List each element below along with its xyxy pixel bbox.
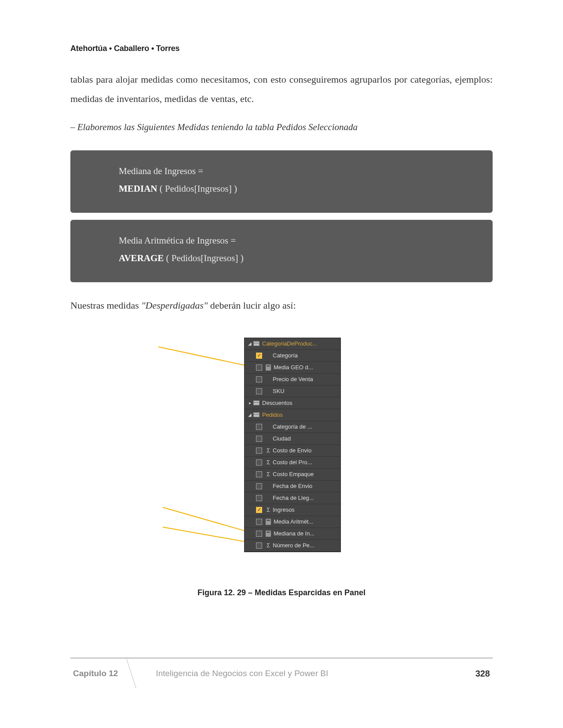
chevron-right-icon: ▸: [247, 400, 252, 405]
calculator-icon: [266, 531, 271, 537]
table-header-descuentos[interactable]: ▸ Descuentos: [245, 397, 340, 409]
field-label: Costo del Pro...: [273, 459, 312, 466]
field-label: Número de Pe...: [273, 542, 314, 549]
fields-panel: ◢ CategoriaDeProduc... ✓ Σ Categoría Med…: [244, 338, 341, 552]
footer-page-number: 328: [475, 669, 490, 679]
field-ingresos[interactable]: ✓ Σ Ingresos: [245, 504, 340, 516]
arrow-annotation-icon: [158, 346, 249, 367]
field-label: Media Aritmét...: [274, 518, 313, 525]
checkbox-icon[interactable]: [256, 376, 262, 382]
calculator-icon: [266, 519, 271, 525]
checkbox-icon[interactable]: [256, 424, 262, 430]
table-header-categoria[interactable]: ◢ CategoriaDeProduc...: [245, 338, 340, 350]
post-quote: "Desperdigadas": [141, 300, 208, 311]
post-text: Nuestras medidas "Desperdigadas" deberán…: [70, 300, 493, 311]
field-label: SKU: [273, 388, 285, 394]
checkbox-icon[interactable]: [256, 519, 262, 525]
footer-divider-icon: [131, 665, 144, 682]
sigma-icon: Σ: [266, 471, 271, 477]
figure-caption: Figura 12. 29 – Medidas Esparcidas en Pa…: [70, 588, 493, 597]
chevron-down-icon: ◢: [247, 412, 252, 417]
code-block-average: Media Aritmética de Ingresos = AVERAGE (…: [70, 220, 493, 282]
instruction-dash: –: [70, 122, 75, 132]
field-row[interactable]: Σ Costo del Pro...: [245, 457, 340, 469]
table-icon: [253, 412, 260, 417]
instruction-text: Elaboremos las Siguientes Medidas tenien…: [77, 122, 358, 132]
checkbox-icon[interactable]: ✓: [256, 507, 262, 513]
table-name: CategoriaDeProduc...: [262, 340, 317, 347]
checkbox-icon[interactable]: [256, 471, 262, 477]
field-media-aritmet[interactable]: Media Aritmét...: [245, 516, 340, 528]
footer-chapter: Capítulo 12: [73, 669, 131, 678]
field-row[interactable]: Σ Costo Empaque: [245, 469, 340, 480]
code-fn: AVERAGE: [119, 253, 164, 263]
code-fn: MEDIAN: [119, 183, 157, 194]
field-label: Mediana de In...: [274, 530, 314, 537]
field-categoria[interactable]: ✓ Σ Categoría: [245, 350, 340, 362]
checkbox-icon[interactable]: [256, 495, 262, 501]
field-label: Fecha de Lleg...: [273, 495, 314, 501]
checkbox-icon[interactable]: [256, 531, 262, 537]
field-row[interactable]: Σ Fecha de Lleg...: [245, 492, 340, 504]
field-sku[interactable]: Σ SKU: [245, 386, 340, 397]
sigma-icon: Σ: [266, 459, 271, 466]
checkbox-icon[interactable]: [256, 388, 262, 394]
code-block-median: Mediana de Ingresos = MEDIAN ( Pedidos[I…: [70, 150, 493, 213]
calculator-icon: [266, 364, 271, 371]
field-label: Categoría: [273, 352, 298, 359]
table-name: Descuentos: [262, 400, 292, 406]
instruction-line: – Elaboremos las Siguientes Medidas teni…: [70, 122, 493, 133]
field-label: Costo de Envio: [273, 447, 311, 454]
field-label: Media GEO d...: [274, 364, 313, 371]
table-icon: [253, 341, 260, 346]
field-mediana-in[interactable]: Mediana de In...: [245, 528, 340, 540]
sigma-icon: Σ: [266, 447, 271, 454]
header-authors: Atehortúa • Caballero • Torres: [70, 44, 493, 53]
table-name: Pedidos: [262, 411, 283, 418]
checkbox-icon[interactable]: [256, 436, 262, 442]
table-header-pedidos[interactable]: ◢ Pedidos: [245, 409, 340, 421]
field-precio-venta[interactable]: Σ Precio de Venta: [245, 374, 340, 386]
chevron-down-icon: ◢: [247, 341, 252, 346]
field-row[interactable]: Σ Fecha de Envio: [245, 480, 340, 492]
field-label: Categoría de ...: [273, 423, 312, 430]
field-label: Ingresos: [273, 506, 295, 513]
sigma-icon: Σ: [266, 542, 271, 549]
field-row[interactable]: Σ Categoría de ...: [245, 421, 340, 433]
field-row[interactable]: Σ Ciudad: [245, 433, 340, 445]
code-args: ( Pedidos[Ingresos] ): [164, 253, 243, 263]
field-label: Costo Empaque: [273, 471, 314, 477]
field-label: Precio de Venta: [273, 376, 313, 382]
field-row[interactable]: Σ Costo de Envio: [245, 445, 340, 457]
field-row[interactable]: Σ Número de Pe...: [245, 540, 340, 552]
page-footer: Capítulo 12 Inteligencia de Negocios con…: [70, 657, 493, 688]
figure-panel-wrap: ◢ CategoriaDeProduc... ✓ Σ Categoría Med…: [70, 338, 493, 575]
code-args: ( Pedidos[Ingresos] ): [157, 183, 237, 194]
checkbox-icon[interactable]: [256, 364, 262, 371]
footer-title: Inteligencia de Negocios con Excel y Pow…: [156, 669, 475, 678]
checkbox-icon[interactable]: [256, 448, 262, 454]
body-intro: tablas para alojar medidas como necesita…: [70, 70, 493, 109]
field-label: Ciudad: [273, 435, 291, 442]
table-icon: [253, 400, 260, 405]
code-title: Mediana de Ingresos =: [119, 163, 479, 180]
checkbox-icon[interactable]: [256, 542, 262, 549]
checkbox-icon[interactable]: ✓: [256, 353, 262, 359]
checkbox-icon[interactable]: [256, 459, 262, 466]
code-title: Media Aritmética de Ingresos =: [119, 232, 479, 250]
post-prefix: Nuestras medidas: [70, 300, 141, 311]
sigma-icon: Σ: [266, 506, 271, 513]
post-suffix: deberán lucir algo así:: [208, 300, 296, 311]
checkbox-icon[interactable]: [256, 483, 262, 489]
field-label: Fecha de Envio: [273, 483, 312, 489]
field-media-geo[interactable]: Media GEO d...: [245, 362, 340, 374]
